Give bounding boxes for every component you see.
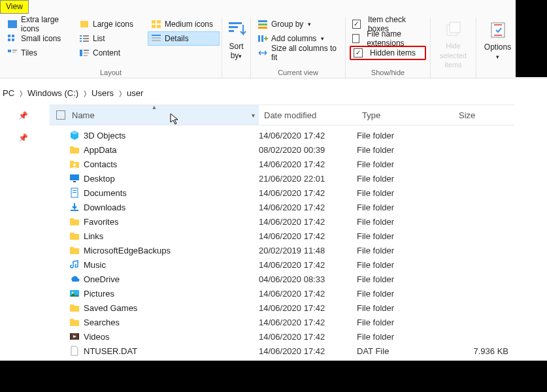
table-row[interactable]: NTUSER.DAT14/06/2020 17:42DAT File7.936 … xyxy=(50,344,514,358)
layout-sm[interactable]: Small icons xyxy=(4,31,76,46)
column-header-date[interactable]: Date modified xyxy=(259,105,357,125)
file-icon xyxy=(69,274,80,284)
layout-tl-icon xyxy=(7,48,18,57)
table-row[interactable]: 3D Objects14/06/2020 17:42File folder xyxy=(50,128,514,142)
file-icon xyxy=(69,317,80,327)
svg-rect-22 xyxy=(80,50,82,56)
file-type: File folder xyxy=(357,203,454,212)
table-row[interactable]: Saved Games14/06/2020 17:42File folder xyxy=(50,301,514,315)
chevron-right-icon[interactable]: ❭ xyxy=(118,90,123,97)
sort-icon xyxy=(226,20,247,41)
file-icon xyxy=(69,231,80,241)
table-row[interactable]: Contacts14/06/2020 17:42File folder xyxy=(50,157,514,171)
file-list-area: Name ▲ ▾ Date modified Type Size 3D Obje… xyxy=(50,105,514,358)
layout-xl[interactable]: Extra large icons xyxy=(4,17,76,31)
group-by-button[interactable]: Group by▾ xyxy=(255,17,341,31)
file-icon xyxy=(69,302,80,313)
add-columns-icon xyxy=(257,34,268,43)
file-type: File folder xyxy=(357,332,454,342)
svg-rect-19 xyxy=(8,50,11,52)
column-header-name[interactable]: Name ▲ ▾ xyxy=(50,105,259,125)
breadcrumb-item[interactable]: Users xyxy=(91,88,114,98)
file-name: Links xyxy=(84,231,103,241)
svg-rect-27 xyxy=(229,26,238,28)
table-row[interactable]: Searches14/06/2020 17:42File folder xyxy=(50,315,514,329)
file-icon xyxy=(69,259,80,270)
table-row[interactable]: Pictures14/06/2020 17:42File folder xyxy=(50,286,514,301)
file-type: File folder xyxy=(357,174,454,184)
ribbon-tab-view[interactable]: View xyxy=(0,0,29,14)
svg-rect-14 xyxy=(80,41,82,42)
svg-rect-20 xyxy=(12,50,17,51)
table-row[interactable]: Music14/06/2020 17:42File folder xyxy=(50,257,514,272)
ribbon-group-label-layout: Layout xyxy=(4,67,218,76)
layout-ls[interactable]: List xyxy=(76,31,148,46)
breadcrumb-item[interactable]: user xyxy=(127,88,143,98)
hidden-items-toggle[interactable]: ✓ Hidden items xyxy=(350,46,426,60)
column-header-size[interactable]: Size xyxy=(454,105,512,125)
svg-rect-31 xyxy=(258,27,267,29)
options-button[interactable]: Options▾ xyxy=(476,17,519,78)
file-date: 14/06/2020 17:42 xyxy=(259,332,357,342)
svg-rect-28 xyxy=(229,30,234,32)
hide-selected-button: Hide selected items xyxy=(431,17,476,78)
file-type: File folder xyxy=(357,318,454,327)
file-type: File folder xyxy=(357,217,454,227)
chevron-right-icon[interactable]: ❭ xyxy=(18,90,24,97)
breadcrumb-item[interactable]: Windows (C:) xyxy=(27,88,78,98)
chevron-right-icon[interactable]: ❭ xyxy=(82,90,88,97)
table-row[interactable]: Desktop21/06/2020 22:01File folder xyxy=(50,171,514,186)
file-icon xyxy=(69,202,80,212)
file-date: 20/02/2019 11:48 xyxy=(259,246,357,255)
file-name: Desktop xyxy=(84,174,115,184)
layout-dt[interactable]: Details xyxy=(148,31,220,46)
file-date: 14/06/2020 17:42 xyxy=(259,289,357,299)
table-row[interactable]: Documents14/06/2020 17:42File folder xyxy=(50,186,514,200)
sort-asc-icon: ▲ xyxy=(152,104,157,110)
svg-rect-42 xyxy=(73,192,76,193)
table-row[interactable]: Favorites14/06/2020 17:42File folder xyxy=(50,214,514,229)
file-date: 14/06/2020 17:42 xyxy=(259,260,357,270)
svg-rect-26 xyxy=(229,22,242,24)
svg-rect-24 xyxy=(84,52,89,54)
breadcrumb-item[interactable]: PC xyxy=(3,88,14,98)
svg-rect-1 xyxy=(80,21,88,27)
file-icon xyxy=(69,346,80,356)
file-name: OneDrive xyxy=(84,274,120,284)
sort-by-button[interactable]: Sort by▾ xyxy=(226,17,247,60)
table-row[interactable]: Videos14/06/2020 17:42File folder xyxy=(50,329,514,344)
svg-rect-15 xyxy=(83,41,89,42)
breadcrumb[interactable]: PC ❭ Windows (C:) ❭ Users ❭ user xyxy=(3,84,514,102)
column-header-type[interactable]: Type xyxy=(357,105,454,125)
file-date: 14/06/2020 17:42 xyxy=(259,131,357,140)
file-name-extensions-toggle[interactable]: File name extensions xyxy=(350,31,426,46)
pin-icon[interactable]: 📌 xyxy=(18,133,28,142)
pin-icon[interactable]: 📌 xyxy=(18,111,28,120)
layout-md[interactable]: Medium icons xyxy=(148,17,220,31)
svg-rect-33 xyxy=(261,35,263,42)
file-date: 14/06/2020 17:42 xyxy=(259,203,357,212)
svg-rect-30 xyxy=(258,24,267,25)
table-row[interactable]: AppData08/02/2020 00:39File folder xyxy=(50,142,514,157)
file-type: File folder xyxy=(357,188,454,198)
layout-lg[interactable]: Large icons xyxy=(76,17,148,31)
table-row[interactable]: Downloads14/06/2020 17:42File folder xyxy=(50,200,514,214)
file-name: Contacts xyxy=(84,159,117,169)
size-all-button[interactable]: Size all columns to fit xyxy=(255,46,341,60)
layout-ct[interactable]: Content xyxy=(76,46,148,60)
svg-rect-41 xyxy=(73,190,76,191)
table-row[interactable]: MicrosoftEdgeBackups20/02/2019 11:48File… xyxy=(50,243,514,257)
layout-ct-icon xyxy=(79,48,90,57)
select-all-checkbox[interactable] xyxy=(56,110,65,120)
layout-tl[interactable]: Tiles xyxy=(4,46,76,60)
file-icon xyxy=(69,245,80,255)
file-name: Documents xyxy=(84,188,127,198)
file-date: 21/06/2020 22:01 xyxy=(259,174,357,184)
layout-lg-icon xyxy=(79,20,90,29)
hide-selected-icon xyxy=(444,21,463,39)
table-row[interactable]: OneDrive04/06/2020 08:33File folder xyxy=(50,272,514,286)
file-date: 14/06/2020 17:42 xyxy=(259,231,357,241)
chevron-down-icon[interactable]: ▾ xyxy=(252,112,255,119)
table-row[interactable]: Links14/06/2020 17:42File folder xyxy=(50,229,514,243)
black-edge-bottom xyxy=(0,361,547,392)
